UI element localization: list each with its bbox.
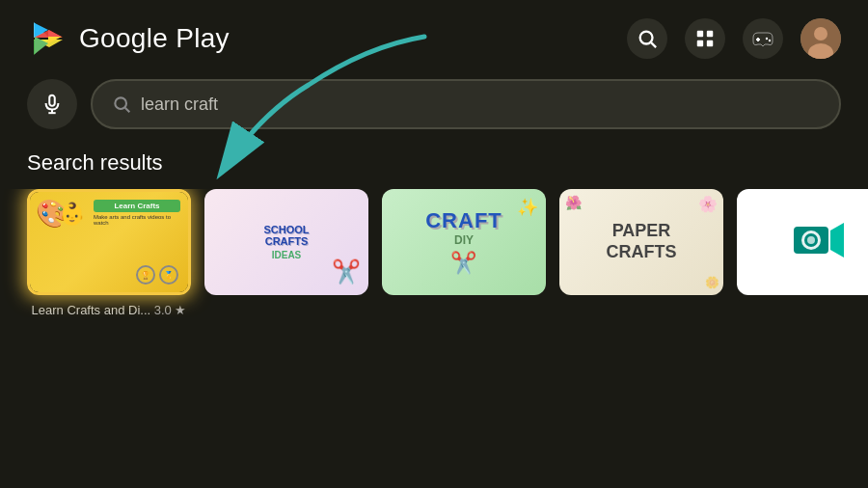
search-results-section: Search results 🎨 👶 Learn Crafts Make art… — [0, 145, 868, 317]
paper-crafts-title: PAPERCRAFTS — [607, 221, 677, 262]
svg-point-12 — [814, 27, 827, 41]
microphone-button[interactable] — [27, 79, 77, 129]
svg-point-22 — [807, 236, 815, 244]
craft-diy-scissors: ✂️ — [425, 251, 502, 276]
gamepad-icon — [751, 29, 774, 48]
search-area: learn craft — [0, 69, 868, 145]
header-icons — [627, 18, 841, 59]
grid-icon — [694, 28, 716, 49]
svg-point-1 — [640, 32, 653, 44]
search-icon — [637, 28, 658, 49]
results-row: 🎨 👶 Learn Crafts Make arts and crafts vi… — [0, 189, 868, 317]
app-thumbnail-craft-diy[interactable]: CRAFT DIY ✂️ ✨ — [382, 189, 546, 295]
logo-area: Google Play — [27, 17, 230, 60]
mic-icon — [41, 94, 63, 115]
svg-rect-5 — [697, 41, 703, 46]
avatar-image — [800, 18, 841, 59]
gmeet-icon — [790, 213, 848, 271]
school-crafts-title: SCHOOLCRAFTS — [263, 224, 309, 247]
school-crafts-sub: IDEAS — [272, 250, 302, 260]
app-label-learn-crafts: Learn Crafts and Di... 3.0 ★ — [32, 303, 187, 317]
svg-rect-14 — [49, 95, 55, 106]
svg-point-10 — [769, 40, 771, 41]
google-play-logo-icon — [27, 17, 69, 60]
svg-rect-4 — [707, 31, 713, 37]
award-badge-2: 🥇 — [159, 265, 178, 285]
list-item[interactable]: 🌸 🌺 🌼 PAPERCRAFTS — [559, 189, 723, 295]
header: Google Play — [0, 0, 868, 69]
list-item[interactable]: SCHOOLCRAFTS IDEAS ✂️ — [204, 189, 368, 295]
search-bar-icon — [112, 95, 131, 114]
app-thumbnail-paper-crafts[interactable]: 🌸 🌺 🌼 PAPERCRAFTS — [559, 189, 723, 295]
craft-diy-sub: DIY — [425, 233, 502, 247]
flower-2: 🌺 — [565, 195, 582, 210]
search-query: learn craft — [141, 95, 218, 115]
award-badge-1: 🏆 — [136, 265, 155, 285]
svg-rect-3 — [697, 31, 703, 37]
gamepad-button[interactable] — [743, 18, 783, 59]
google-play-title: Google Play — [79, 23, 230, 54]
craft-diy-sparkle: ✨ — [517, 197, 538, 218]
svg-marker-23 — [830, 223, 844, 258]
search-results-heading: Search results — [0, 145, 868, 189]
app-thumbnail-school-crafts[interactable]: SCHOOLCRAFTS IDEAS ✂️ — [204, 189, 368, 295]
app-thumbnail-learn-crafts[interactable]: 🎨 👶 Learn Crafts Make arts and crafts vi… — [27, 189, 191, 295]
app-thumbnail-gmeet[interactable] — [737, 189, 868, 295]
school-crafts-figure: ✂️ — [332, 258, 361, 285]
svg-point-17 — [115, 97, 126, 109]
svg-point-9 — [766, 38, 768, 40]
list-item[interactable]: 🎨 👶 Learn Crafts Make arts and crafts vi… — [27, 189, 191, 317]
flower-3: 🌼 — [705, 276, 719, 289]
craft-diy-title: CRAFT — [425, 208, 502, 233]
flower-1: 🌸 — [698, 195, 718, 213]
list-item[interactable] — [737, 189, 868, 295]
list-item[interactable]: CRAFT DIY ✂️ ✨ — [382, 189, 546, 295]
svg-line-2 — [651, 42, 656, 47]
search-bar[interactable]: learn craft — [91, 79, 841, 129]
search-button[interactable] — [627, 18, 667, 59]
grid-button[interactable] — [685, 18, 725, 59]
svg-rect-6 — [707, 41, 713, 46]
user-avatar[interactable] — [800, 18, 841, 59]
svg-line-18 — [125, 108, 130, 113]
card-title-text: Learn Crafts — [94, 200, 180, 212]
